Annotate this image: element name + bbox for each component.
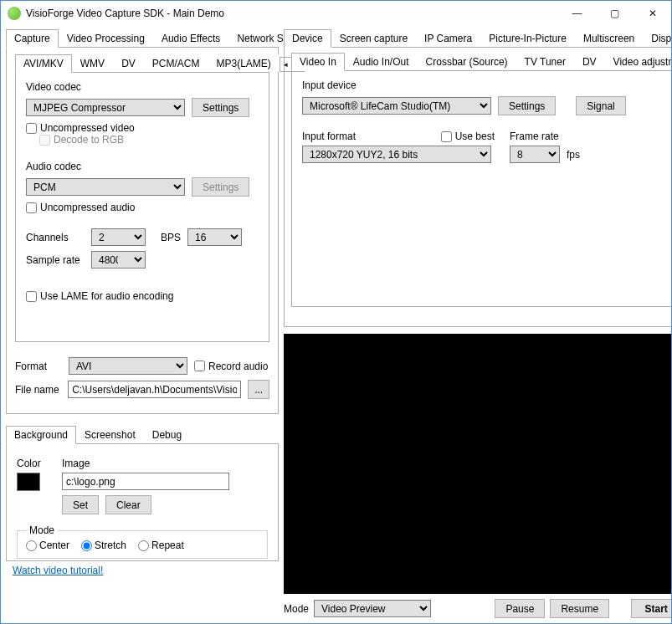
frame-rate-select[interactable]: 8 <box>510 146 560 163</box>
tab-screen-capture[interactable]: Screen capture <box>331 29 416 47</box>
tab-video-in[interactable]: Video In <box>291 53 345 71</box>
tab-dv[interactable]: DV <box>113 54 144 72</box>
format-label: Format <box>15 361 62 372</box>
mode-center-radio[interactable]: Center <box>26 540 69 551</box>
sample-rate-select[interactable]: 48000 <box>91 251 146 269</box>
close-button[interactable]: ✕ <box>634 2 671 26</box>
mode-stretch-radio[interactable]: Stretch <box>81 540 126 551</box>
tab-wmv[interactable]: WMV <box>72 54 113 72</box>
right-main-tabs: Device Screen capture IP Camera Picture-… <box>284 29 671 48</box>
uncompressed-video-checkbox[interactable]: Uncompressed video <box>26 122 259 134</box>
tab-pcm-acm[interactable]: PCM/ACM <box>144 54 208 72</box>
subtab-scroll-left-icon[interactable]: ◂ <box>280 57 292 72</box>
channels-label: Channels <box>26 232 85 243</box>
maximize-button[interactable]: ▢ <box>596 2 634 26</box>
start-button[interactable]: Start <box>631 599 671 618</box>
video-codec-label: Video codec <box>26 81 259 93</box>
tab-display[interactable]: Display <box>643 29 671 47</box>
tab-device[interactable]: Device <box>284 29 331 48</box>
channels-select[interactable]: 2 <box>91 228 146 246</box>
video-preview <box>284 334 671 594</box>
tab-video-adjustments[interactable]: Video adjustments <box>605 53 671 70</box>
capture-sub-tabs: AVI/MKV WMV DV PCM/ACM MP3(LAME) ◂ ▸ <box>15 54 269 73</box>
device-settings-button[interactable]: Settings <box>498 96 556 115</box>
bps-label: BPS <box>161 232 181 243</box>
sample-rate-label: Sample rate <box>26 254 85 266</box>
device-sub-tabs: Video In Audio In/Out Crossbar (Source) … <box>291 53 671 71</box>
audio-codec-label: Audio codec <box>26 161 259 172</box>
mode-legend: Mode <box>26 524 58 536</box>
tab-multiscreen[interactable]: Multiscreen <box>575 29 643 47</box>
bg-clear-button[interactable]: Clear <box>105 495 151 514</box>
frame-rate-label: Frame rate <box>510 130 580 142</box>
image-path-input[interactable] <box>62 473 229 490</box>
titlebar: VisioForge Video Capture SDK - Main Demo… <box>1 1 671 26</box>
format-select[interactable]: AVI <box>69 357 187 375</box>
audio-codec-settings-button: Settings <box>192 177 249 197</box>
tab-audio-in-out[interactable]: Audio In/Out <box>345 53 418 70</box>
bg-tabs: Background Screenshot Debug <box>6 426 279 444</box>
fps-label: fps <box>567 149 580 161</box>
mode-label: Mode <box>284 603 309 615</box>
tab-capture[interactable]: Capture <box>6 29 59 48</box>
record-audio-checkbox[interactable]: Record audio <box>194 361 268 372</box>
tab-mp3-lame[interactable]: MP3(LAME) <box>208 54 279 72</box>
tab-background[interactable]: Background <box>6 426 76 444</box>
tab-dv2[interactable]: DV <box>574 53 605 70</box>
uncompressed-audio-checkbox[interactable]: Uncompressed audio <box>26 202 259 213</box>
tab-ip-camera[interactable]: IP Camera <box>416 29 480 47</box>
color-label: Color <box>17 458 55 469</box>
tab-avi-mkv[interactable]: AVI/MKV <box>15 54 72 73</box>
use-lame-checkbox[interactable]: Use LAME for audio encoding <box>26 290 259 302</box>
tab-tv-tuner[interactable]: TV Tuner <box>516 53 574 70</box>
device-signal-button[interactable]: Signal <box>576 96 625 115</box>
mode-select[interactable]: Video Preview <box>314 600 431 617</box>
bg-set-button[interactable]: Set <box>62 495 99 514</box>
bps-select[interactable]: 16 <box>187 228 242 246</box>
input-device-label: Input device <box>302 79 671 91</box>
mode-fieldset: Mode Center Stretch Repeat <box>17 524 268 559</box>
tab-crossbar[interactable]: Crossbar (Source) <box>418 53 516 70</box>
resume-button[interactable]: Resume <box>550 599 609 618</box>
left-main-tabs: Capture Video Processing Audio Effects N… <box>6 29 279 48</box>
tab-pip[interactable]: Picture-In-Picture <box>480 29 575 47</box>
file-name-label: File name <box>15 384 61 396</box>
input-format-label: Input format <box>302 130 356 142</box>
mode-repeat-radio[interactable]: Repeat <box>138 540 184 551</box>
pause-button[interactable]: Pause <box>495 599 545 618</box>
video-codec-settings-button[interactable]: Settings <box>192 98 249 117</box>
minimize-button[interactable]: — <box>558 2 596 26</box>
tab-audio-effects[interactable]: Audio Effects <box>153 29 229 47</box>
use-best-checkbox[interactable]: Use best <box>441 130 495 142</box>
input-device-select[interactable]: Microsoft® LifeCam Studio(TM) <box>302 97 491 115</box>
window-title: VisioForge Video Capture SDK - Main Demo <box>26 8 558 19</box>
video-codec-select[interactable]: MJPEG Compressor <box>26 99 185 116</box>
file-name-input[interactable] <box>68 381 241 398</box>
tab-screenshot[interactable]: Screenshot <box>76 426 144 443</box>
input-format-select[interactable]: 1280x720 YUY2, 16 bits <box>302 146 491 163</box>
image-label: Image <box>62 458 268 469</box>
audio-codec-select[interactable]: PCM <box>26 178 185 196</box>
browse-button[interactable]: ... <box>248 380 269 399</box>
app-icon <box>8 7 21 20</box>
tab-debug[interactable]: Debug <box>144 426 190 443</box>
decode-rgb-checkbox: Decode to RGB <box>39 134 259 146</box>
tab-video-processing[interactable]: Video Processing <box>59 29 153 47</box>
tutorial-link[interactable]: Watch video tutorial! <box>13 565 103 576</box>
color-swatch[interactable] <box>17 473 40 491</box>
